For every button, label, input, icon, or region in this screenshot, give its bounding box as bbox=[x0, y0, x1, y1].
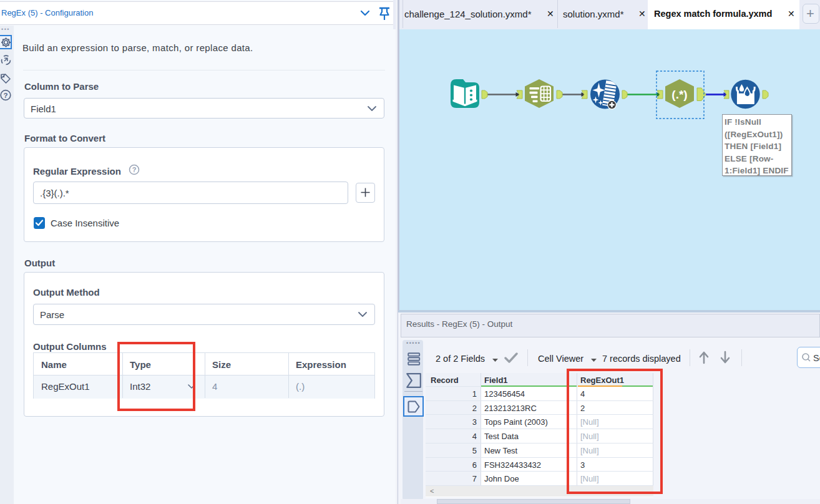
svg-text:?: ? bbox=[132, 166, 137, 173]
svg-text:(.*): (.*) bbox=[671, 88, 687, 101]
svg-text:?: ? bbox=[3, 92, 7, 99]
